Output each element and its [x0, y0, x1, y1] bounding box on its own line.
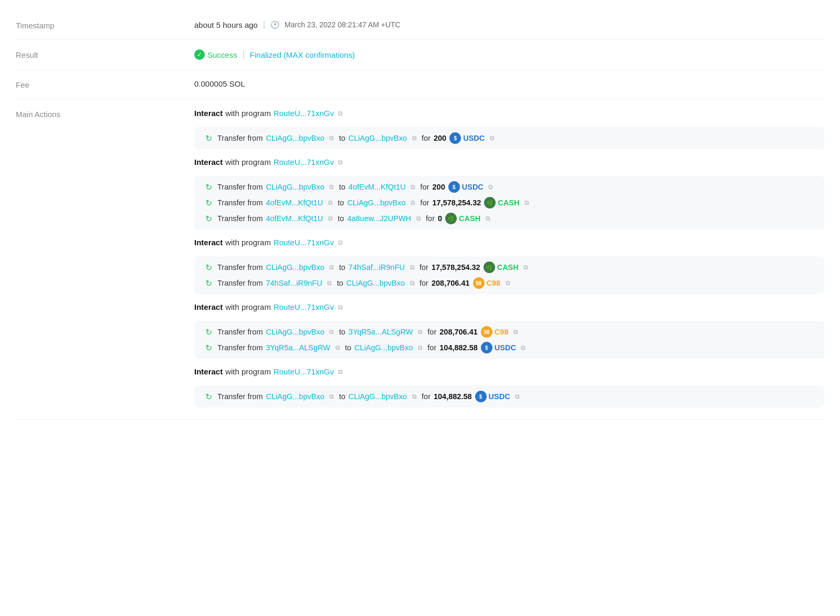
copy-to-icon-1-2[interactable]: ⧉	[414, 214, 423, 223]
fee-row: Fee 0.000005 SOL	[16, 70, 824, 99]
transfer-refresh-icon-3-1: ↻	[203, 342, 214, 353]
transfer-line-1-1: ↻ Transfer from 4ofEvM...KfQt1U ⧉ to CLi…	[203, 197, 816, 208]
program-link-3[interactable]: RouteU...71xnGv	[274, 302, 334, 311]
transfer-from-link-2-0[interactable]: CLiAgG...bpvBxo	[266, 263, 324, 272]
copy-token-icon-1-0[interactable]: ⧉	[487, 183, 495, 191]
transfer-line-3-1: ↻ Transfer from 3YqR5a...ALSgRW ⧉ to CLi…	[203, 342, 816, 353]
transfer-to-link-1-2[interactable]: 4a8uew...J2UPWH	[347, 214, 411, 223]
token-name-1-0: USDC	[462, 183, 484, 191]
transfer-to-link-3-1[interactable]: CLiAgG...bpvBxo	[354, 343, 413, 352]
copy-token-icon-3-0[interactable]: ⧉	[511, 328, 520, 336]
transfer-line-3-0: ↻ Transfer from CLiAgG...bpvBxo ⧉ to 3Yq…	[203, 326, 816, 338]
transfer-to-link-2-0[interactable]: 74hSaf...iR9nFU	[349, 263, 405, 272]
transfer-from-link-0-0[interactable]: CLiAgG...bpvBxo	[266, 134, 324, 142]
to-text-1-2: to	[338, 214, 344, 223]
for-text-1-1: for	[421, 199, 429, 207]
transfer-refresh-icon-4-0: ↻	[203, 391, 214, 402]
timestamp-ago: about 5 hours ago	[194, 20, 258, 29]
to-text-4-0: to	[339, 392, 345, 401]
copy-from-icon-4-0[interactable]: ⧉	[328, 392, 336, 401]
copy-to-icon-1-0[interactable]: ⧉	[409, 183, 417, 191]
copy-to-icon-2-0[interactable]: ⧉	[408, 263, 416, 272]
copy-program-icon-0[interactable]: ⧉	[337, 109, 345, 118]
copy-program-icon-2[interactable]: ⧉	[337, 238, 345, 247]
token-badge-1-0: $ USDC	[448, 181, 484, 193]
copy-from-icon-1-2[interactable]: ⧉	[326, 214, 334, 223]
copy-program-icon-3[interactable]: ⧉	[337, 303, 345, 311]
copy-token-icon-3-1[interactable]: ⧉	[519, 343, 528, 352]
usdc-token-icon: $	[481, 342, 492, 353]
copy-token-icon-2-1[interactable]: ⧉	[503, 279, 512, 287]
transfer-line-1-0: ↻ Transfer from CLiAgG...bpvBxo ⧉ to 4of…	[203, 181, 816, 193]
token-badge-1-2: 🌿 CASH	[445, 213, 480, 224]
fee-label: Fee	[16, 79, 194, 89]
transfer-to-link-1-1[interactable]: CLiAgG...bpvBxo	[347, 199, 405, 207]
copy-from-icon-2-1[interactable]: ⧉	[326, 279, 334, 287]
timestamp-full: March 23, 2022 08:21:47 AM +UTC	[285, 20, 401, 29]
main-actions-label: Main Actions	[16, 109, 194, 119]
program-link-2[interactable]: RouteU...71xnGv	[274, 238, 334, 247]
copy-from-icon-0-0[interactable]: ⧉	[328, 134, 336, 142]
copy-from-icon-3-1[interactable]: ⧉	[333, 343, 342, 352]
interact-label-4: Interact	[194, 367, 223, 376]
copy-from-icon-3-0[interactable]: ⧉	[328, 328, 336, 336]
transfer-box-2: ↻ Transfer from CLiAgG...bpvBxo ⧉ to 74h…	[194, 256, 824, 294]
to-text-3-1: to	[345, 343, 351, 352]
transfer-word-3-1: Transfer from	[217, 343, 262, 352]
program-link-0[interactable]: RouteU...71xnGv	[274, 109, 334, 118]
token-badge-0-0: $ USDC	[449, 132, 485, 144]
token-badge-2-1: 98 C98	[473, 277, 501, 289]
transfer-amount-3-0: 208,706.41	[439, 328, 478, 336]
result-label: Result	[16, 49, 194, 59]
copy-to-icon-0-0[interactable]: ⧉	[410, 134, 418, 142]
transfer-word-1-2: Transfer from	[217, 214, 262, 223]
transfer-to-link-1-0[interactable]: 4ofEvM...KfQt1U	[349, 183, 406, 191]
interact-label-0: Interact	[194, 109, 223, 118]
token-name-2-0: CASH	[497, 263, 519, 272]
copy-to-icon-3-1[interactable]: ⧉	[416, 343, 424, 352]
copy-program-icon-4[interactable]: ⧉	[337, 368, 345, 376]
transfer-from-link-2-1[interactable]: 74hSaf...iR9nFU	[266, 279, 322, 287]
copy-to-icon-2-1[interactable]: ⧉	[408, 279, 416, 287]
transfer-refresh-icon-1-1: ↻	[203, 197, 214, 208]
copy-program-icon-1[interactable]: ⧉	[337, 158, 345, 166]
transfer-refresh-icon-1-0: ↻	[203, 181, 214, 193]
copy-token-icon-1-1[interactable]: ⧉	[522, 199, 531, 207]
program-link-1[interactable]: RouteU...71xnGv	[274, 158, 334, 166]
transfer-from-link-1-2[interactable]: 4ofEvM...KfQt1U	[266, 214, 323, 223]
interact-line-3: Interact with program RouteU...71xnGv ⧉	[194, 302, 824, 311]
success-badge: ✓ Success	[194, 49, 237, 60]
transfer-from-link-3-0[interactable]: CLiAgG...bpvBxo	[266, 328, 324, 336]
copy-to-icon-1-1[interactable]: ⧉	[409, 199, 417, 207]
copy-from-icon-1-1[interactable]: ⧉	[326, 199, 334, 207]
copy-token-icon-4-0[interactable]: ⧉	[513, 392, 522, 401]
transfer-from-link-4-0[interactable]: CLiAgG...bpvBxo	[266, 392, 324, 401]
copy-from-icon-1-0[interactable]: ⧉	[328, 183, 336, 191]
transfer-to-link-4-0[interactable]: CLiAgG...bpvBxo	[349, 392, 407, 401]
token-name-2-1: C98	[487, 279, 501, 287]
copy-token-icon-0-0[interactable]: ⧉	[488, 134, 496, 142]
copy-to-icon-4-0[interactable]: ⧉	[410, 392, 418, 401]
to-text-1-0: to	[339, 183, 345, 191]
clock-icon: 🕐	[270, 20, 279, 29]
timestamp-separator: |	[263, 20, 265, 29]
copy-to-icon-3-0[interactable]: ⧉	[416, 328, 424, 336]
transfer-to-link-0-0[interactable]: CLiAgG...bpvBxo	[349, 134, 407, 142]
c98-token-icon: 98	[473, 277, 485, 289]
for-text-0-0: for	[422, 134, 430, 142]
transfer-from-link-1-0[interactable]: CLiAgG...bpvBxo	[266, 183, 324, 191]
transfer-to-link-3-0[interactable]: 3YqR5a...ALSgRW	[349, 328, 413, 336]
to-text-3-0: to	[339, 328, 345, 336]
transfer-from-link-1-1[interactable]: 4ofEvM...KfQt1U	[266, 199, 323, 207]
transfer-refresh-icon-1-2: ↻	[203, 213, 214, 224]
usdc-token-icon: $	[449, 132, 461, 144]
copy-token-icon-1-2[interactable]: ⧉	[484, 214, 492, 223]
copy-token-icon-2-0[interactable]: ⧉	[522, 263, 530, 272]
transfer-amount-3-1: 104,882.58	[439, 343, 478, 352]
copy-from-icon-2-0[interactable]: ⧉	[328, 263, 336, 272]
transfer-refresh-icon-0-0: ↻	[203, 132, 214, 144]
program-link-4[interactable]: RouteU...71xnGv	[274, 367, 334, 376]
transfer-to-link-2-1[interactable]: CLiAgG...bpvBxo	[346, 279, 405, 287]
transfer-from-link-3-1[interactable]: 3YqR5a...ALSgRW	[266, 343, 330, 352]
transfer-refresh-icon-3-0: ↻	[203, 326, 214, 338]
